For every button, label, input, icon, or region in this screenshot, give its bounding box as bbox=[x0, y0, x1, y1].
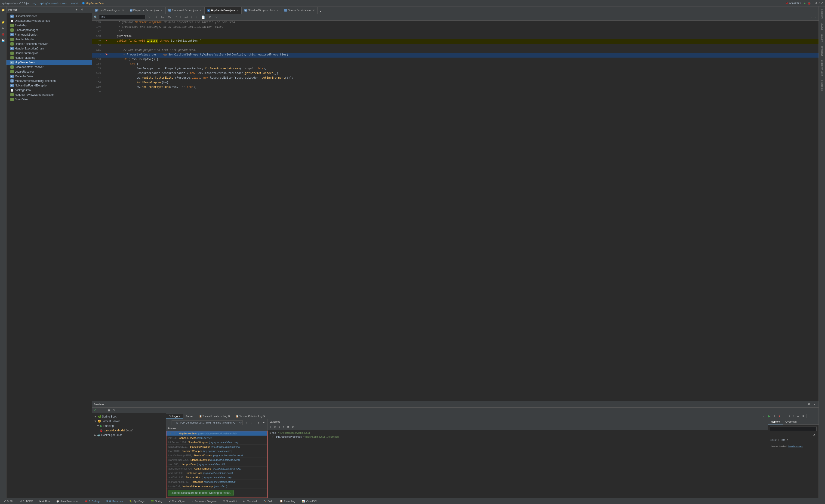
app-indicator[interactable]: 🐞 App (23) ▾ bbox=[785, 2, 801, 5]
debug-run-cursor-btn[interactable]: ⇒ bbox=[796, 414, 801, 419]
services-settings-btn[interactable]: ⚙ bbox=[807, 402, 812, 407]
tab-httpservletbean[interactable]: C HttpServletBean.java ✕ bbox=[205, 7, 242, 14]
var-expand[interactable]: ◯◯ bbox=[270, 435, 275, 438]
services-filter-btn[interactable]: ⊓ bbox=[111, 408, 116, 413]
tree-item-httpservletbean[interactable]: C HttpServletBean bbox=[6, 60, 92, 65]
run-icon-side[interactable]: ▶ bbox=[0, 25, 6, 31]
status-debug[interactable]: 🐞 5: Debug bbox=[83, 500, 101, 503]
status-build[interactable]: 🔨 Build bbox=[262, 500, 275, 503]
status-sequence[interactable]: ↔ Sequence Diagram bbox=[190, 500, 218, 503]
project-close-btn[interactable]: − bbox=[86, 7, 90, 12]
tab-tomcat-catalina-log[interactable]: 📋 Tomcat Catalina Log ✕ bbox=[233, 414, 268, 419]
breadcrumb-class[interactable]: HttpServletBean bbox=[86, 2, 104, 5]
status-checkstyle[interactable]: ✓ CheckStyle bbox=[167, 500, 186, 503]
tree-item-localecontextresolver[interactable]: I LocaleContextResolver bbox=[6, 65, 92, 69]
tree-item-handlermapping[interactable]: I HandlerMapping bbox=[6, 56, 92, 60]
debug-step-over-btn[interactable]: → bbox=[782, 414, 787, 419]
run-btn[interactable]: ▶ bbox=[804, 2, 806, 5]
breadcrumb-org[interactable]: org bbox=[32, 2, 36, 5]
var-requiredprops[interactable]: ◯◯ this.requiredProperties = {HashSet@32… bbox=[268, 435, 768, 439]
status-todo[interactable]: ☑ 6: TODO bbox=[18, 500, 34, 503]
tab-usercontroller[interactable]: C UserController.java ✕ bbox=[92, 7, 127, 14]
tab-list-btn[interactable]: ▾ bbox=[319, 9, 323, 14]
service-item-docker[interactable]: ▶ 🐳 Docker-pdai-mac bbox=[92, 433, 166, 437]
tab-close[interactable]: ✕ bbox=[237, 9, 239, 12]
search-options-w[interactable]: W bbox=[167, 15, 172, 19]
var-copy-ref-btn[interactable]: ⊙ bbox=[291, 425, 296, 429]
status-terminal[interactable]: ▸_ Terminal bbox=[242, 500, 258, 503]
tab-standardwrapper[interactable]: C StandardWrapper.class ✕ bbox=[242, 7, 281, 14]
var-down-btn[interactable]: ↓ bbox=[278, 425, 281, 429]
search-options-regex[interactable]: .* bbox=[174, 15, 178, 19]
breadcrumb-web[interactable]: web bbox=[62, 2, 67, 5]
status-git[interactable]: ⎇ 9: Git bbox=[2, 500, 15, 503]
debug-pause-btn[interactable]: ⏸ bbox=[772, 414, 777, 419]
sidebar-label-beanvalidation[interactable]: Bean Validation bbox=[820, 58, 824, 78]
tree-item-handlerexceptionresolver[interactable]: I HandlerExceptionResolver bbox=[6, 42, 92, 46]
thread-up-btn[interactable]: ↑ bbox=[244, 420, 248, 425]
breadcrumb-servlet[interactable]: servlet bbox=[71, 2, 78, 5]
tree-item-nohandlerfoundexception[interactable]: C NoHandlerFoundException bbox=[6, 83, 92, 88]
var-expand[interactable]: ▶ bbox=[270, 431, 272, 434]
tab-close[interactable]: ✕ bbox=[122, 9, 124, 12]
search-in-file[interactable]: 📄 bbox=[200, 15, 206, 19]
tab-genericservlet[interactable]: C GenericServlet.class ✕ bbox=[281, 7, 318, 14]
tab-close[interactable]: ✕ bbox=[161, 9, 162, 12]
frame-item-0[interactable]: init:152, HttpServletBean (org.springfra… bbox=[166, 431, 267, 436]
search-options-aa[interactable]: Aa bbox=[160, 15, 165, 19]
tab-close[interactable]: ✕ bbox=[263, 415, 265, 418]
tab-close[interactable]: ✕ bbox=[277, 9, 278, 12]
search-close[interactable]: ✕ bbox=[214, 15, 219, 19]
frame-item-5[interactable]: loadOnStartup:4957, StandardContext (org… bbox=[166, 453, 267, 458]
search-input[interactable] bbox=[99, 15, 145, 19]
tab-close[interactable]: ✕ bbox=[200, 9, 202, 12]
project-add-btn[interactable]: ⊕ bbox=[74, 7, 79, 12]
tab-server[interactable]: Server bbox=[183, 414, 196, 419]
thread-filter-btn[interactable]: ⊓ bbox=[255, 420, 260, 425]
frame-item-12[interactable]: invoke0:-1, NativeMethodAccessorImpl (su… bbox=[166, 484, 267, 489]
breadcrumb-springframework[interactable]: springframework bbox=[40, 2, 59, 5]
status-services[interactable]: ⚙ 8: Services bbox=[105, 500, 124, 503]
jar-label[interactable]: spring-webmvc-5.3.9.jar bbox=[2, 2, 29, 5]
debug-btn-top[interactable]: 🐞 bbox=[808, 2, 811, 5]
sidebar-label-commit[interactable]: Commit bbox=[820, 32, 824, 44]
frame-item-6[interactable]: startInternal:5264, StandardContext (org… bbox=[166, 458, 267, 462]
debug-step-out-btn[interactable]: ↑ bbox=[792, 414, 796, 419]
project-icon[interactable]: 📁 bbox=[0, 7, 6, 13]
var-copy-btn[interactable]: ⎘ bbox=[273, 425, 277, 429]
favorites-icon[interactable]: ⭐ bbox=[0, 19, 6, 25]
debug-stop-btn[interactable]: ■ bbox=[777, 414, 781, 419]
tree-item-handlerinterceptor[interactable]: I HandlerInterceptor bbox=[6, 51, 92, 56]
tree-item-handleradapter[interactable]: I HandlerAdapter bbox=[6, 37, 92, 42]
frame-item-7[interactable]: start:183, LifecycleBase (org.apache.cat… bbox=[166, 462, 267, 466]
service-item-springboot[interactable]: ▼ 🌿 Spring Boot bbox=[92, 414, 166, 419]
services-restart-btn[interactable]: ↺ bbox=[93, 408, 97, 413]
services-down-btn[interactable]: ↓ bbox=[102, 408, 106, 413]
services-group-btn[interactable]: ⊞ bbox=[106, 408, 111, 413]
tree-item-requesttoviewnametranslator[interactable]: I RequestToViewNameTranslator bbox=[6, 92, 92, 97]
tab-close[interactable]: ✕ bbox=[313, 9, 315, 12]
memory-settings-btn[interactable]: ⚙ bbox=[812, 433, 817, 437]
status-sonarlint[interactable]: ◎ SonarLint bbox=[222, 500, 238, 503]
frame-item-3[interactable]: loadServlet:1117, StandardWrapper (org.a… bbox=[166, 445, 267, 449]
persistence-icon[interactable]: 💾 bbox=[0, 38, 6, 43]
tree-item-modelandview[interactable]: C ModelAndView bbox=[6, 74, 92, 79]
sidebar-label-persistence[interactable]: Persistence bbox=[820, 78, 824, 94]
thread-down-btn[interactable]: ↓ bbox=[250, 420, 254, 425]
debug-step-into-btn[interactable]: ↓ bbox=[788, 414, 791, 419]
search-clear-btn[interactable]: ✕ bbox=[147, 15, 152, 19]
service-item-tomcat[interactable]: ▼ 🐱 Tomcat Server bbox=[92, 419, 166, 424]
project-settings-btn[interactable]: ⚙ bbox=[80, 7, 85, 12]
var-restore-btn[interactable]: ↺ bbox=[286, 425, 290, 429]
status-run[interactable]: ▶ 4: Run bbox=[38, 500, 51, 503]
git-label[interactable]: Git: ✓ ✓ bbox=[814, 2, 823, 5]
debug-icon-side[interactable]: 🐞 bbox=[0, 31, 6, 37]
services-add-btn[interactable]: + bbox=[116, 408, 120, 413]
tab-debugger[interactable]: Debugger bbox=[166, 414, 183, 419]
tree-item-dispatcherservletprops[interactable]: 📄 DispatcherServlet.properties bbox=[6, 18, 92, 23]
memory-tab-memory[interactable]: Memory bbox=[768, 419, 783, 425]
debug-evaluate-btn[interactable]: 🖩 bbox=[801, 414, 806, 419]
debug-more-btn[interactable]: ⋯ bbox=[813, 414, 818, 419]
services-up-btn[interactable]: ↑ bbox=[98, 408, 102, 413]
tab-close[interactable]: ✕ bbox=[228, 415, 230, 418]
